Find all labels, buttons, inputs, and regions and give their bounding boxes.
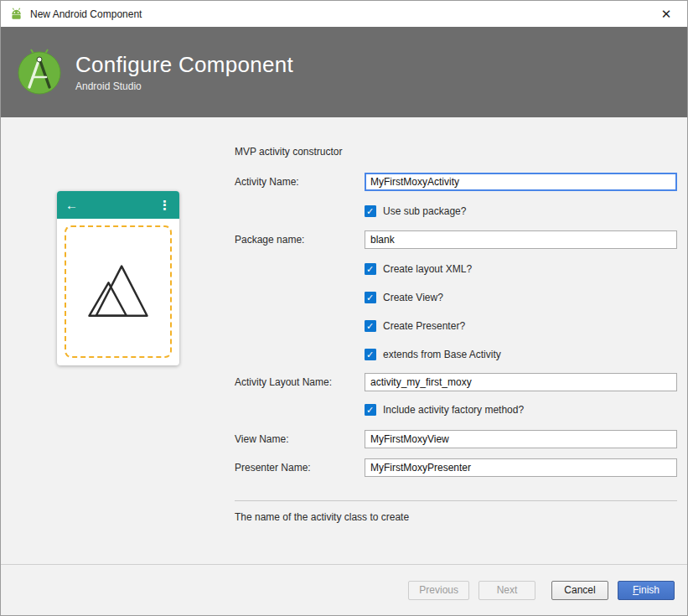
- include-factory-method-checkbox[interactable]: Include activity factory method?: [365, 403, 677, 417]
- wizard-header: Configure Component Android Studio: [1, 27, 687, 117]
- wizard-title: Configure Component: [75, 52, 293, 78]
- create-view-checkbox[interactable]: Create View?: [365, 291, 677, 304]
- checkbox-icon[interactable]: [365, 404, 376, 416]
- help-text: The name of the activity class to create: [235, 511, 677, 523]
- presenter-name-row: Presenter Name:: [235, 458, 677, 477]
- activity-layout-name-label: Activity Layout Name:: [235, 376, 365, 388]
- package-name-row: Package name:: [235, 230, 677, 249]
- package-name-input[interactable]: [365, 230, 677, 249]
- android-studio-logo: [16, 49, 63, 96]
- create-layout-xml-label: Create layout XML?: [383, 263, 472, 275]
- activity-name-row: Activity Name:: [235, 173, 677, 191]
- presenter-name-label: Presenter Name:: [235, 462, 365, 474]
- activity-name-input[interactable]: [365, 173, 677, 191]
- title-bar: New Android Component ✕: [1, 1, 687, 27]
- header-text: Configure Component Android Studio: [75, 52, 293, 92]
- checkbox-icon[interactable]: [365, 349, 376, 360]
- component-form: MVP activity constructor Activity Name: …: [235, 117, 677, 523]
- wizard-subtitle: Android Studio: [75, 80, 293, 92]
- form-separator: [235, 500, 677, 501]
- package-name-label: Package name:: [235, 234, 365, 246]
- overflow-menu-icon: ⋮: [158, 198, 171, 213]
- next-button[interactable]: Next: [478, 581, 535, 600]
- back-arrow-icon: ←: [65, 198, 78, 212]
- preview-appbar: ← ⋮: [57, 191, 179, 219]
- finish-button-label: Finish: [629, 584, 664, 596]
- android-icon: [9, 7, 23, 21]
- new-android-component-dialog: New Android Component ✕ Configure Compon…: [0, 0, 688, 616]
- create-layout-xml-checkbox[interactable]: Create layout XML?: [365, 262, 677, 276]
- use-sub-package-label: Use sub package?: [383, 205, 466, 217]
- view-name-label: View Name:: [235, 433, 365, 445]
- checkbox-icon[interactable]: [365, 205, 376, 217]
- cancel-button[interactable]: Cancel: [551, 581, 608, 600]
- checkbox-icon[interactable]: [365, 263, 376, 275]
- dialog-button-bar: Previous Next Cancel Finish: [1, 564, 687, 615]
- close-button[interactable]: ✕: [654, 3, 679, 25]
- create-view-label: Create View?: [383, 292, 443, 303]
- previous-button[interactable]: Previous: [408, 581, 469, 600]
- activity-layout-name-row: Activity Layout Name:: [235, 373, 677, 391]
- preview-dashed-area: [65, 225, 172, 358]
- view-name-input[interactable]: [365, 430, 677, 448]
- window-title: New Android Component: [30, 8, 142, 20]
- extends-base-activity-label: extends from Base Activity: [383, 349, 501, 360]
- moxy-triangles-logo: [82, 261, 154, 323]
- view-name-row: View Name:: [235, 430, 677, 448]
- activity-layout-name-input[interactable]: [365, 373, 677, 391]
- finish-button[interactable]: Finish: [618, 581, 675, 600]
- wizard-content: ← ⋮ MVP activity constructor Activity Na…: [1, 117, 687, 564]
- activity-preview-card: ← ⋮: [57, 191, 179, 365]
- create-presenter-checkbox[interactable]: Create Presenter?: [365, 319, 677, 333]
- create-presenter-label: Create Presenter?: [383, 320, 465, 332]
- activity-name-label: Activity Name:: [235, 176, 365, 188]
- section-label: MVP activity constructor: [235, 146, 677, 158]
- checkbox-icon[interactable]: [365, 320, 376, 332]
- presenter-name-input[interactable]: [365, 458, 677, 477]
- use-sub-package-checkbox[interactable]: Use sub package?: [365, 204, 677, 218]
- checkbox-icon[interactable]: [365, 292, 376, 303]
- extends-base-activity-checkbox[interactable]: extends from Base Activity: [365, 348, 677, 361]
- include-factory-method-label: Include activity factory method?: [383, 404, 524, 416]
